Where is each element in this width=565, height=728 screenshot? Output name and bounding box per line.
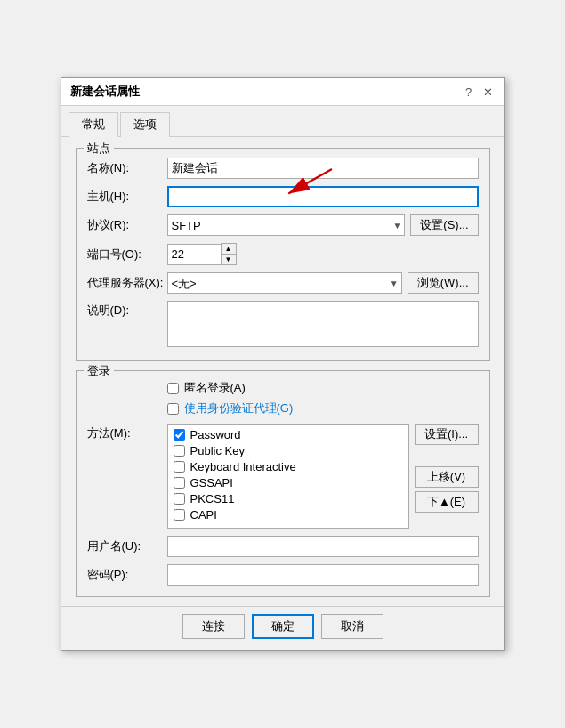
anon-checkbox[interactable] (167, 383, 179, 394)
agent-row: 使用身份验证代理(G) (167, 400, 479, 417)
host-input[interactable] (167, 186, 479, 207)
protocol-wrapper: SFTP FTP SCP ▼ 设置(S)... (167, 214, 479, 236)
desc-input[interactable] (167, 301, 479, 347)
protocol-select-container: SFTP FTP SCP ▼ (167, 214, 406, 236)
cancel-button[interactable]: 取消 (321, 614, 383, 639)
password-control (167, 564, 479, 586)
method-pkcs11-label: PKCS11 (190, 492, 235, 506)
title-bar-controls: ? ✕ (462, 85, 496, 99)
proxy-wrapper: <无> ▼ 浏览(W)... (167, 272, 479, 294)
anon-label: 匿名登录(A) (184, 380, 246, 396)
username-row: 用户名(U): (87, 536, 479, 557)
proxy-select-container: <无> ▼ (167, 272, 402, 294)
login-group-label: 登录 (84, 363, 114, 379)
port-row: 端口号(O): ▲ ▼ (87, 243, 479, 265)
method-publickey-checkbox[interactable] (174, 445, 185, 457)
login-group: 登录 匿名登录(A) 使用身份验证代理(G) 方法(M): Password (76, 370, 490, 597)
method-gssapi-label: GSSAPI (190, 476, 233, 489)
site-group-label: 站点 (84, 141, 114, 157)
method-gssapi-checkbox[interactable] (174, 477, 185, 489)
desc-label: 说明(D): (87, 301, 167, 319)
method-pkcs11: PKCS11 (174, 492, 403, 506)
method-password-checkbox[interactable] (174, 429, 185, 441)
methods-section: 方法(M): Password Public Key Keyboard Inte… (87, 424, 479, 529)
agent-checkbox[interactable] (167, 403, 179, 415)
port-spin-buttons: ▲ ▼ (221, 243, 237, 265)
protocol-label: 协议(R): (87, 217, 167, 233)
protocol-settings-button[interactable]: 设置(S)... (410, 214, 478, 236)
method-password-label: Password (190, 428, 241, 441)
username-label: 用户名(U): (87, 538, 167, 554)
username-input[interactable] (167, 536, 479, 557)
proxy-select[interactable]: <无> (167, 272, 402, 294)
method-capi-label: CAPI (190, 508, 217, 522)
title-bar: 新建会话属性 ? ✕ (61, 78, 504, 106)
port-spin-down[interactable]: ▼ (222, 255, 236, 264)
ok-button[interactable]: 确定 (252, 614, 314, 639)
desc-control (167, 301, 479, 350)
connect-button[interactable]: 连接 (182, 614, 245, 639)
tab-options[interactable]: 选项 (120, 112, 170, 137)
content: 站点 名称(N): 主机(H): 协议(R): (61, 136, 504, 606)
host-control (167, 186, 479, 207)
protocol-row: 协议(R): SFTP FTP SCP ▼ 设置(S)... (87, 214, 479, 236)
method-move-up-button[interactable]: 上移(V) (415, 466, 479, 488)
method-keyboard: Keyboard Interactive (174, 460, 403, 473)
method-capi-checkbox[interactable] (174, 509, 185, 521)
methods-box: Password Public Key Keyboard Interactive… (167, 424, 409, 529)
tab-bar: 常规 选项 (61, 106, 504, 136)
method-settings-button[interactable]: 设置(I)... (415, 424, 479, 445)
name-label: 名称(N): (87, 160, 167, 176)
dialog: 新建会话属性 ? ✕ 常规 选项 站点 名称(N): (61, 77, 505, 651)
footer: 连接 确定 取消 (61, 606, 504, 650)
port-input[interactable] (167, 244, 221, 265)
site-group: 站点 名称(N): 主机(H): 协议(R): (76, 148, 490, 361)
protocol-select[interactable]: SFTP FTP SCP (167, 214, 406, 236)
port-spin-up[interactable]: ▲ (222, 244, 236, 254)
methods-label: 方法(M): (87, 424, 167, 441)
method-password: Password (174, 428, 403, 441)
name-control (167, 158, 479, 179)
tab-general[interactable]: 常规 (69, 112, 118, 137)
port-spin: ▲ ▼ (167, 243, 237, 265)
port-label: 端口号(O): (87, 247, 167, 263)
anon-row: 匿名登录(A) (167, 380, 479, 396)
methods-buttons: 设置(I)... 上移(V) 下▲(E) (415, 424, 479, 513)
close-button[interactable]: ✕ (481, 85, 496, 99)
help-button[interactable]: ? (462, 85, 476, 99)
host-label: 主机(H): (87, 189, 167, 205)
password-row: 密码(P): (87, 564, 479, 586)
name-row: 名称(N): (87, 158, 479, 179)
name-input[interactable] (167, 158, 479, 179)
password-input[interactable] (167, 564, 479, 586)
method-pkcs11-checkbox[interactable] (174, 493, 185, 505)
proxy-label: 代理服务器(X): (87, 275, 167, 291)
method-publickey: Public Key (174, 444, 403, 457)
method-keyboard-checkbox[interactable] (174, 461, 185, 473)
proxy-row: 代理服务器(X): <无> ▼ 浏览(W)... (87, 272, 479, 294)
password-label: 密码(P): (87, 567, 167, 583)
method-gssapi: GSSAPI (174, 476, 403, 489)
desc-row: 说明(D): (87, 301, 479, 350)
username-control (167, 536, 479, 557)
method-move-down-button[interactable]: 下▲(E) (415, 491, 479, 513)
method-capi: CAPI (174, 508, 403, 522)
proxy-browse-button[interactable]: 浏览(W)... (408, 272, 479, 294)
host-row: 主机(H): (87, 186, 479, 207)
agent-label: 使用身份验证代理(G) (184, 400, 294, 417)
method-publickey-label: Public Key (190, 444, 245, 457)
dialog-title: 新建会话属性 (70, 84, 140, 100)
method-keyboard-label: Keyboard Interactive (190, 460, 296, 473)
